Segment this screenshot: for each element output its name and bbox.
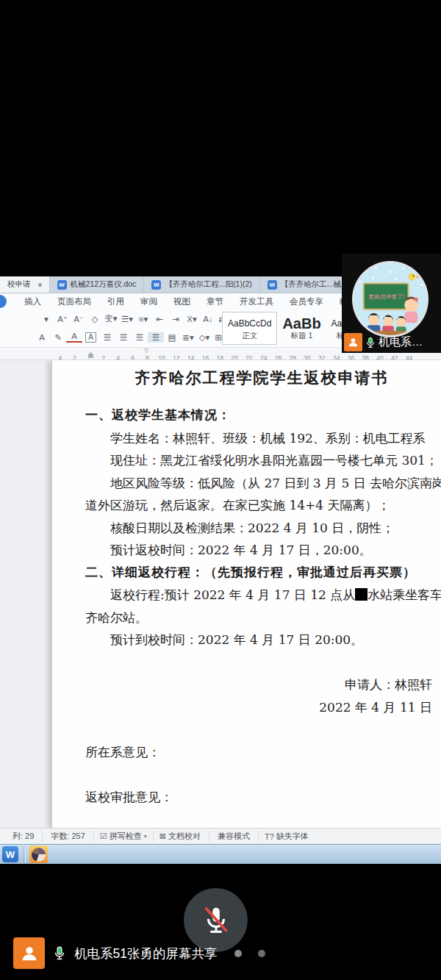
ruler-number: 10 — [154, 354, 169, 360]
column-indicator[interactable]: 列: 29 — [4, 831, 42, 842]
document-workspace: 齐齐哈尔工程学院学生返校申请书 一、返校学生基本情况： 学生姓名：林照轩、班级：… — [0, 360, 441, 828]
compatibility-mode[interactable]: 兼容模式 — [209, 831, 258, 842]
person-icon — [19, 943, 40, 964]
status-bar: 列: 29 字数: 257 ☑ 拼写检查 ▾ ⊠ 文档校对 — [0, 828, 441, 844]
phone-screen: 校申请 W 机械212万嘉仪.doc W 【齐齐哈尔工程...阳(1)(2) W… — [0, 0, 441, 980]
ribbon-menu-item[interactable]: 审阅 — [132, 296, 165, 307]
char-border-icon[interactable]: A — [85, 332, 96, 343]
highlight-icon[interactable]: ✎ — [50, 332, 66, 343]
document-paragraph: 道外区游玩，然后返家。在家已实施 14+4 天隔离）； — [85, 494, 438, 517]
align-center-icon[interactable]: ☰ — [115, 332, 132, 343]
tab-jixie212-doc[interactable]: W 机械212万嘉仪.doc — [49, 276, 144, 293]
align-left-icon[interactable]: ☰ — [99, 332, 115, 343]
participant-name: 机电系… — [379, 335, 423, 349]
tab-qiqihar-doc-2[interactable]: W 【齐齐哈尔工...械 — [259, 276, 348, 293]
ribbon-menu-item[interactable]: 开发工具 — [232, 296, 282, 307]
style-label: 标题 1 — [291, 331, 313, 341]
windows-taskbar: W — [0, 844, 441, 864]
line-spacing-icon[interactable]: ≣▾ — [180, 332, 196, 343]
ruler-number: 2 — [68, 354, 82, 360]
wordart-icon[interactable]: A — [34, 333, 50, 342]
status-item-label: 拼写检查 — [110, 831, 142, 842]
carousel-dot[interactable] — [258, 950, 265, 957]
status-item-label: 缺失字体 — [276, 831, 309, 842]
style-normal[interactable]: AaBbCcDd 正文 — [222, 312, 277, 345]
document-page[interactable]: 齐齐哈尔工程学院学生返校申请书 一、返校学生基本情况： 学生姓名：林照轩、班级：… — [51, 360, 441, 828]
ruler-number: 12 — [169, 354, 184, 360]
align-right-icon[interactable]: ☰ — [132, 332, 148, 343]
tab-return-application[interactable]: 校申请 — [0, 276, 49, 293]
document-paragraph: 齐哈尔站。 — [85, 607, 438, 629]
style-label: 正文 — [242, 331, 257, 341]
document-paragraph: 预计到校时间：2022 年 4 月 17 日 20:00。 — [85, 629, 438, 651]
status-item-label: 列: 29 — [12, 831, 34, 842]
ruler-number: 20 — [227, 354, 242, 360]
ruler-number: 40 — [373, 354, 387, 360]
font-size-dropdown[interactable]: ▾ — [38, 314, 54, 324]
ruler-number: 26 — [271, 354, 286, 360]
ruler-number: 2 — [96, 354, 111, 360]
style-sample: AaBbCcDd — [228, 316, 271, 331]
ruler-number: 18 — [212, 354, 227, 360]
ruler-number: 8 — [140, 354, 154, 360]
ribbon-menu-item[interactable]: 会员专享 — [282, 296, 331, 307]
numbered-list-icon[interactable]: ≡▾ — [135, 314, 151, 324]
wps-doc-icon: W — [57, 280, 67, 290]
word-count[interactable]: 字数: 257 — [42, 831, 93, 842]
missing-fonts[interactable]: T? 缺失字体 — [258, 831, 317, 842]
ruler-number: 24 — [257, 354, 271, 360]
document-proofing[interactable]: ⊠ 文档校对 — [153, 831, 209, 842]
ruler-number: 4 — [53, 354, 68, 360]
document-tab-label: 【齐齐哈尔工程...阳(1)(2) — [165, 279, 251, 290]
status-item-label: 文档校对 — [168, 831, 201, 842]
decrease-font-icon[interactable]: A⁻ — [71, 314, 87, 324]
ruler-number: 28 — [285, 354, 300, 360]
text-tools-icon[interactable]: X▾ — [184, 314, 200, 324]
justify-icon[interactable]: ☰ — [148, 332, 164, 343]
decrease-indent-icon[interactable]: ⇤ — [151, 314, 168, 324]
ribbon-menu-item[interactable]: 页面布局 — [49, 296, 99, 307]
ribbon-menu-item[interactable]: 插入 — [16, 296, 49, 307]
char-layout-icon[interactable]: A↓ — [200, 315, 216, 323]
document-paragraph: 地区风险等级：低风险（从 27 日到 3 月 5 日 去哈尔滨南岗区 和 — [85, 472, 438, 495]
app-taskbar-icon[interactable] — [29, 845, 48, 863]
wps-taskbar-icon[interactable]: W — [2, 846, 18, 862]
ribbon-menu-item[interactable]: 引用 — [99, 296, 132, 307]
carousel-dot[interactable] — [234, 950, 242, 957]
wps-menu-circle-icon[interactable] — [0, 295, 7, 308]
mic-active-icon — [365, 335, 376, 350]
participant-avatar-badge — [344, 333, 362, 351]
ruler-number: 4 — [111, 354, 126, 360]
participant-video-tile[interactable]: 老师,您辛苦了! — [342, 254, 441, 353]
shading-icon[interactable]: ◇▾ — [196, 332, 212, 343]
increase-font-icon[interactable]: A⁺ — [54, 314, 71, 324]
share-banner-text: 机电系51张勇的屏幕共享 — [74, 945, 217, 962]
phonetic-guide-icon[interactable]: 变▾ — [103, 313, 119, 324]
status-item-label: 兼容模式 — [218, 831, 250, 842]
spell-check-toggle[interactable]: ☑ 拼写检查 ▾ — [93, 831, 153, 842]
ribbon-menu-item[interactable]: 章节 — [198, 296, 232, 307]
wps-doc-icon: W — [151, 280, 161, 290]
ribbon-menu-item[interactable]: 视图 — [165, 296, 198, 307]
mic-active-icon — [52, 944, 67, 962]
status-item-icon: ☑ — [100, 831, 107, 841]
hanging-indent-marker[interactable] — [88, 352, 93, 358]
distribute-icon[interactable]: ▤ — [164, 332, 180, 343]
redaction-box — [355, 588, 368, 601]
document-paragraph: 二、详细返校行程：（先预报行程，审批通过后再买票） — [85, 562, 438, 584]
participant-name-row: 机电系… — [344, 333, 423, 351]
clear-format-icon[interactable]: ◇ — [87, 314, 103, 324]
tab-qiqihar-doc-1[interactable]: W 【齐齐哈尔工程...阳(1)(2) — [143, 276, 259, 293]
participant-avatar: 老师,您辛苦了! — [352, 261, 429, 337]
document-paragraph — [85, 651, 438, 674]
wps-doc-icon: W — [268, 280, 277, 290]
taskbar-divider — [24, 846, 26, 862]
document-paragraph: 返校审批意见： — [85, 786, 438, 809]
font-color-icon[interactable]: A — [66, 332, 82, 343]
increase-indent-icon[interactable]: ⇥ — [168, 314, 184, 324]
document-tab-label: 【齐齐哈尔工...械 — [281, 279, 341, 290]
document-paragraph: 学生姓名：林照轩、班级：机械 192、系别：机电工程系 — [85, 427, 438, 450]
document-paragraph — [85, 763, 438, 786]
bullet-list-icon[interactable]: ☰▾ — [119, 314, 135, 324]
style-heading1[interactable]: AaBb 标题 1 — [277, 312, 326, 345]
